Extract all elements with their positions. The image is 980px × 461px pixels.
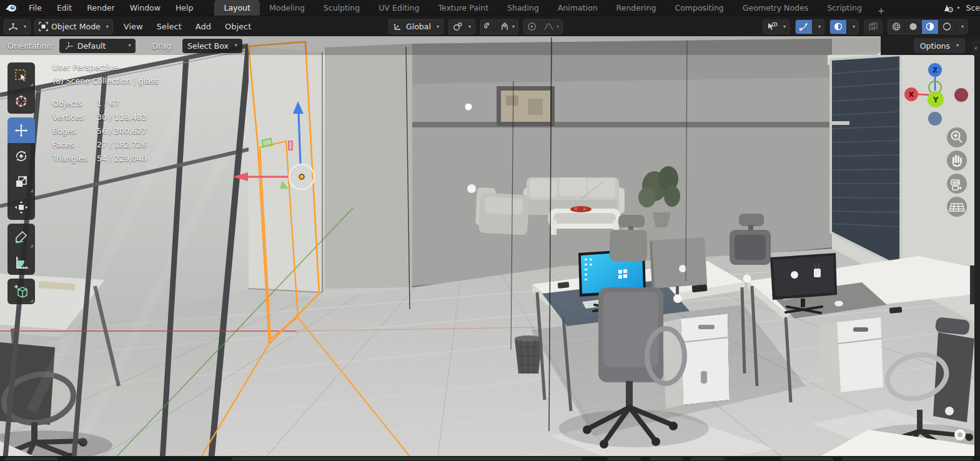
active-collection-breadcrumb: (8) Scene Collection | glass — [52, 76, 159, 90]
tool-measure[interactable] — [7, 249, 35, 275]
tool-scale[interactable] — [7, 169, 35, 194]
chevron-down-icon: ▾ — [853, 24, 855, 29]
transform-default-icon — [64, 41, 74, 51]
shading-solid-button[interactable] — [904, 19, 921, 34]
tab-shading[interactable]: Shading — [498, 0, 548, 16]
stat-label: Objects — [52, 99, 97, 112]
drag-label: Drag: — [152, 41, 174, 51]
material-preview-sphere-icon — [925, 22, 935, 31]
menu-add[interactable]: Add — [189, 22, 218, 31]
tab-layout[interactable]: Layout — [214, 0, 260, 16]
blender-logo-icon — [5, 3, 17, 13]
stat-value: 54 / 229,040 — [97, 154, 147, 167]
tab-modeling[interactable]: Modeling — [260, 0, 314, 16]
chevron-down-icon: ▾ — [235, 43, 237, 48]
workspace-tabs: Layout Modeling Sculpting UV Editing Tex… — [214, 0, 891, 16]
axis-navigation-gizmo[interactable]: Z X Y — [904, 63, 968, 126]
orientation-axes-icon — [393, 22, 403, 31]
axis-neg-x-ball[interactable] — [954, 88, 968, 102]
scene-name[interactable]: Sce — [960, 3, 980, 12]
tool-rotate[interactable] — [7, 143, 35, 169]
selectability-visibility-dropdown[interactable]: ▾ — [763, 19, 790, 34]
tab-animation[interactable]: Animation — [548, 0, 607, 16]
orientation-dropdown[interactable]: Default ▾ — [59, 39, 136, 53]
stat-triangles: Triangles 54 / 229,040 — [52, 154, 159, 167]
tool-annotate[interactable] — [7, 224, 35, 249]
menu-select[interactable]: Select — [150, 22, 189, 31]
scene-icon[interactable] — [942, 2, 954, 14]
navigation-cluster: Z X Y — [899, 59, 978, 227]
tool-move[interactable] — [7, 117, 35, 143]
tab-geometry-nodes[interactable]: Geometry Nodes — [733, 0, 818, 16]
mode-selector[interactable]: Object Mode ▾ — [34, 19, 113, 34]
chevron-down-icon: ▾ — [557, 24, 559, 29]
axis-neg-z-ball[interactable] — [928, 112, 942, 126]
menu-file[interactable]: File — [21, 0, 49, 16]
chevron-down-icon: ▾ — [956, 43, 959, 48]
tab-uv-editing[interactable]: UV Editing — [369, 0, 428, 16]
stat-value: 1 / 67 — [97, 99, 119, 112]
menu-edit[interactable]: Edit — [49, 0, 79, 16]
overlays-dropdown[interactable]: ▾ — [846, 19, 858, 34]
transform-icon — [14, 200, 29, 215]
shading-rendered-button[interactable] — [938, 19, 955, 34]
shading-dropdown[interactable]: ▾ — [955, 19, 967, 34]
chevron-down-icon: ▾ — [106, 24, 109, 29]
snap-to-dropdown[interactable]: ▾ — [497, 19, 518, 34]
gizmo-dropdown[interactable]: ▾ — [812, 19, 824, 34]
tool-select-box[interactable] — [7, 62, 35, 88]
move-icon — [14, 123, 29, 138]
object-origin-dot — [299, 174, 304, 179]
blender-logo[interactable] — [0, 3, 21, 13]
shading-material-preview-button[interactable] — [921, 19, 938, 34]
pivot-point-dropdown[interactable]: ▾ — [448, 19, 475, 34]
tab-texture-paint[interactable]: Texture Paint — [428, 0, 498, 16]
menu-window[interactable]: Window — [122, 0, 168, 16]
tab-sculpting[interactable]: Sculpting — [314, 0, 369, 16]
tool-cursor[interactable] — [7, 88, 35, 114]
light-object-dot[interactable] — [465, 104, 472, 111]
tool-add-cube[interactable] — [7, 279, 35, 304]
stat-label: Edges — [52, 126, 97, 140]
magnet-icon — [484, 22, 493, 31]
snap-toggle-button[interactable] — [481, 19, 497, 34]
scene-statistics: Objects 1 / 67 Vertices 30 / 118,483 Edg… — [52, 99, 159, 167]
shading-wireframe-button[interactable] — [888, 19, 904, 34]
toggle-perspective-button[interactable] — [947, 197, 967, 217]
show-overlays-toggle[interactable] — [830, 19, 846, 34]
camera-view-button[interactable] — [947, 174, 967, 194]
sidebar-collapse-tab[interactable]: ‹ — [972, 40, 980, 56]
stat-vertices: Vertices 30 / 118,483 — [52, 112, 159, 126]
proportional-falloff-dropdown[interactable]: ▾ — [540, 19, 562, 34]
menu-object[interactable]: Object — [218, 22, 258, 31]
transform-orientation-label: Global — [406, 22, 431, 31]
axis-z-label: Z — [933, 66, 938, 74]
xray-toggle[interactable] — [864, 19, 883, 34]
options-button[interactable]: Options ▾ — [914, 38, 965, 53]
tool-options-indicator — [30, 244, 33, 247]
tab-rendering[interactable]: Rendering — [607, 0, 666, 16]
tab-compositing[interactable]: Compositing — [665, 0, 733, 16]
toolbar — [7, 62, 35, 304]
tool-transform[interactable] — [7, 194, 35, 220]
add-workspace-button[interactable]: + — [871, 6, 891, 16]
gizmo-plane-handle-green[interactable] — [262, 138, 272, 147]
menu-render[interactable]: Render — [79, 0, 122, 16]
proportional-edit-toggle[interactable] — [524, 19, 540, 34]
chevron-down-icon: ▾ — [437, 24, 439, 29]
3d-cursor-icon — [14, 94, 29, 109]
tool-options-indicator — [30, 299, 33, 302]
menu-help[interactable]: Help — [168, 0, 201, 16]
transform-orientation-dropdown[interactable]: Global ▾ — [389, 19, 443, 34]
zoom-button[interactable] — [947, 127, 967, 147]
tab-scripting[interactable]: Scripting — [818, 0, 871, 16]
gizmo-plane-handle-red[interactable] — [289, 141, 292, 150]
view-perspective-label: User Perspective — [52, 62, 159, 76]
stat-faces: Faces 27 / 182,726 — [52, 140, 159, 154]
show-gizmo-toggle[interactable] — [796, 19, 812, 34]
editor-type-button[interactable]: ▾ — [4, 19, 31, 34]
drag-dropdown[interactable]: Select Box ▾ — [182, 39, 242, 53]
menu-view[interactable]: View — [117, 22, 150, 31]
pan-button[interactable] — [947, 151, 967, 171]
scale-icon — [14, 174, 29, 189]
